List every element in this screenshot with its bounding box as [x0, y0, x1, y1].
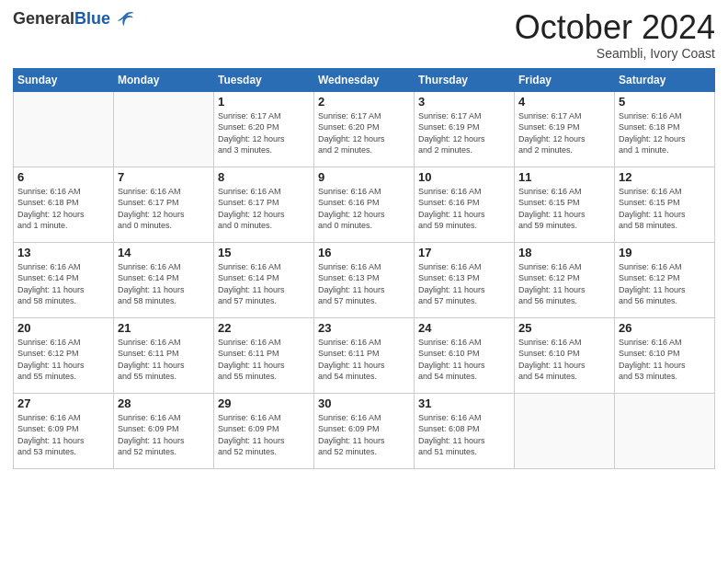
day-header-monday: Monday — [114, 68, 214, 91]
calendar-cell: 5Sunrise: 6:16 AM Sunset: 6:18 PM Daylig… — [615, 91, 715, 167]
day-header-thursday: Thursday — [415, 68, 515, 91]
week-row-3: 13Sunrise: 6:16 AM Sunset: 6:14 PM Dayli… — [14, 242, 715, 317]
day-info: Sunrise: 6:16 AM Sunset: 6:09 PM Dayligh… — [218, 412, 310, 458]
calendar-cell: 28Sunrise: 6:16 AM Sunset: 6:09 PM Dayli… — [114, 393, 214, 468]
calendar-cell: 19Sunrise: 6:16 AM Sunset: 6:12 PM Dayli… — [615, 242, 715, 317]
calendar-cell: 7Sunrise: 6:16 AM Sunset: 6:17 PM Daylig… — [114, 167, 214, 242]
day-number: 31 — [418, 396, 510, 410]
day-info: Sunrise: 6:16 AM Sunset: 6:14 PM Dayligh… — [118, 261, 210, 307]
day-number: 9 — [318, 170, 410, 184]
week-row-5: 27Sunrise: 6:16 AM Sunset: 6:09 PM Dayli… — [14, 393, 715, 468]
day-number: 29 — [218, 396, 310, 410]
logo: GeneralBlue — [13, 9, 135, 29]
day-info: Sunrise: 6:16 AM Sunset: 6:12 PM Dayligh… — [619, 261, 711, 307]
week-row-2: 6Sunrise: 6:16 AM Sunset: 6:18 PM Daylig… — [14, 167, 715, 242]
day-header-sunday: Sunday — [14, 68, 114, 91]
day-info: Sunrise: 6:16 AM Sunset: 6:14 PM Dayligh… — [218, 261, 310, 307]
calendar-cell — [114, 91, 214, 167]
day-info: Sunrise: 6:17 AM Sunset: 6:20 PM Dayligh… — [218, 110, 310, 156]
day-number: 14 — [118, 246, 210, 259]
header-row: SundayMondayTuesdayWednesdayThursdayFrid… — [14, 68, 715, 91]
calendar-cell: 6Sunrise: 6:16 AM Sunset: 6:18 PM Daylig… — [14, 167, 114, 242]
calendar-cell: 25Sunrise: 6:16 AM Sunset: 6:10 PM Dayli… — [515, 317, 615, 393]
day-number: 23 — [318, 321, 410, 335]
day-info: Sunrise: 6:16 AM Sunset: 6:18 PM Dayligh… — [619, 110, 711, 156]
header: GeneralBlue October 2024 Seambli, Ivory … — [13, 9, 715, 61]
day-info: Sunrise: 6:17 AM Sunset: 6:19 PM Dayligh… — [418, 110, 510, 156]
day-number: 26 — [619, 321, 711, 335]
calendar-cell: 4Sunrise: 6:17 AM Sunset: 6:19 PM Daylig… — [515, 91, 615, 167]
calendar-cell: 12Sunrise: 6:16 AM Sunset: 6:15 PM Dayli… — [615, 167, 715, 242]
calendar-cell: 30Sunrise: 6:16 AM Sunset: 6:09 PM Dayli… — [314, 393, 415, 468]
day-info: Sunrise: 6:17 AM Sunset: 6:19 PM Dayligh… — [518, 110, 610, 156]
day-number: 8 — [218, 170, 310, 184]
day-info: Sunrise: 6:16 AM Sunset: 6:18 PM Dayligh… — [17, 186, 109, 232]
calendar-cell: 27Sunrise: 6:16 AM Sunset: 6:09 PM Dayli… — [14, 393, 114, 468]
day-info: Sunrise: 6:16 AM Sunset: 6:14 PM Dayligh… — [17, 261, 109, 307]
day-number: 27 — [17, 396, 109, 410]
calendar-cell: 16Sunrise: 6:16 AM Sunset: 6:13 PM Dayli… — [314, 242, 415, 317]
day-info: Sunrise: 6:16 AM Sunset: 6:11 PM Dayligh… — [318, 337, 410, 383]
day-number: 22 — [218, 321, 310, 335]
day-info: Sunrise: 6:16 AM Sunset: 6:09 PM Dayligh… — [118, 412, 210, 458]
day-header-wednesday: Wednesday — [314, 68, 415, 91]
calendar-cell: 21Sunrise: 6:16 AM Sunset: 6:11 PM Dayli… — [114, 317, 214, 393]
day-number: 6 — [17, 170, 109, 184]
calendar-cell: 20Sunrise: 6:16 AM Sunset: 6:12 PM Dayli… — [14, 317, 114, 393]
day-number: 3 — [418, 95, 510, 109]
calendar-cell — [515, 393, 615, 468]
calendar-cell: 22Sunrise: 6:16 AM Sunset: 6:11 PM Dayli… — [214, 317, 314, 393]
calendar-cell: 17Sunrise: 6:16 AM Sunset: 6:13 PM Dayli… — [415, 242, 515, 317]
day-number: 20 — [17, 321, 109, 335]
calendar-cell: 13Sunrise: 6:16 AM Sunset: 6:14 PM Dayli… — [14, 242, 114, 317]
day-info: Sunrise: 6:16 AM Sunset: 6:13 PM Dayligh… — [418, 261, 510, 307]
day-info: Sunrise: 6:17 AM Sunset: 6:20 PM Dayligh… — [318, 110, 410, 156]
title-block: October 2024 Seambli, Ivory Coast — [515, 9, 715, 61]
day-info: Sunrise: 6:16 AM Sunset: 6:15 PM Dayligh… — [518, 186, 610, 232]
calendar-cell: 18Sunrise: 6:16 AM Sunset: 6:12 PM Dayli… — [515, 242, 615, 317]
calendar-cell — [14, 91, 114, 167]
calendar-cell: 31Sunrise: 6:16 AM Sunset: 6:08 PM Dayli… — [415, 393, 515, 468]
calendar-cell: 26Sunrise: 6:16 AM Sunset: 6:10 PM Dayli… — [615, 317, 715, 393]
day-number: 16 — [318, 246, 410, 259]
calendar-cell: 15Sunrise: 6:16 AM Sunset: 6:14 PM Dayli… — [214, 242, 314, 317]
day-info: Sunrise: 6:16 AM Sunset: 6:17 PM Dayligh… — [118, 186, 210, 232]
calendar-cell — [615, 393, 715, 468]
location: Seambli, Ivory Coast — [515, 46, 715, 61]
day-number: 21 — [118, 321, 210, 335]
calendar-cell: 14Sunrise: 6:16 AM Sunset: 6:14 PM Dayli… — [114, 242, 214, 317]
day-info: Sunrise: 6:16 AM Sunset: 6:11 PM Dayligh… — [218, 337, 310, 383]
day-number: 13 — [17, 246, 109, 259]
day-number: 25 — [518, 321, 610, 335]
day-info: Sunrise: 6:16 AM Sunset: 6:16 PM Dayligh… — [418, 186, 510, 232]
calendar-cell: 24Sunrise: 6:16 AM Sunset: 6:10 PM Dayli… — [415, 317, 515, 393]
day-number: 24 — [418, 321, 510, 335]
day-number: 2 — [318, 95, 410, 109]
day-header-tuesday: Tuesday — [214, 68, 314, 91]
day-info: Sunrise: 6:16 AM Sunset: 6:10 PM Dayligh… — [418, 337, 510, 383]
calendar-cell: 11Sunrise: 6:16 AM Sunset: 6:15 PM Dayli… — [515, 167, 615, 242]
calendar-cell: 8Sunrise: 6:16 AM Sunset: 6:17 PM Daylig… — [214, 167, 314, 242]
page: GeneralBlue October 2024 Seambli, Ivory … — [0, 0, 728, 563]
day-header-saturday: Saturday — [615, 68, 715, 91]
month-title: October 2024 — [515, 9, 715, 46]
day-info: Sunrise: 6:16 AM Sunset: 6:10 PM Dayligh… — [619, 337, 711, 383]
calendar-cell: 1Sunrise: 6:17 AM Sunset: 6:20 PM Daylig… — [214, 91, 314, 167]
calendar-body: 1Sunrise: 6:17 AM Sunset: 6:20 PM Daylig… — [14, 91, 715, 468]
day-number: 17 — [418, 246, 510, 259]
day-info: Sunrise: 6:16 AM Sunset: 6:16 PM Dayligh… — [318, 186, 410, 232]
calendar-cell: 2Sunrise: 6:17 AM Sunset: 6:20 PM Daylig… — [314, 91, 415, 167]
week-row-1: 1Sunrise: 6:17 AM Sunset: 6:20 PM Daylig… — [14, 91, 715, 167]
day-number: 11 — [518, 170, 610, 184]
day-info: Sunrise: 6:16 AM Sunset: 6:09 PM Dayligh… — [318, 412, 410, 458]
day-info: Sunrise: 6:16 AM Sunset: 6:08 PM Dayligh… — [418, 412, 510, 458]
day-info: Sunrise: 6:16 AM Sunset: 6:13 PM Dayligh… — [318, 261, 410, 307]
day-info: Sunrise: 6:16 AM Sunset: 6:15 PM Dayligh… — [619, 186, 711, 232]
day-number: 15 — [218, 246, 310, 259]
day-number: 1 — [218, 95, 310, 109]
calendar-cell: 10Sunrise: 6:16 AM Sunset: 6:16 PM Dayli… — [415, 167, 515, 242]
day-number: 28 — [118, 396, 210, 410]
calendar-header: SundayMondayTuesdayWednesdayThursdayFrid… — [14, 68, 715, 91]
day-number: 10 — [418, 170, 510, 184]
day-info: Sunrise: 6:16 AM Sunset: 6:11 PM Dayligh… — [118, 337, 210, 383]
